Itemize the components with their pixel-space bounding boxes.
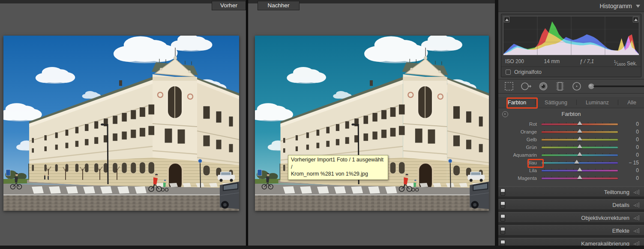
compare-pane-divider (246, 0, 248, 246)
shadow-clipping-indicator[interactable] (504, 17, 509, 22)
panel-enable-toggle[interactable] (500, 188, 505, 196)
after-photo[interactable] (255, 36, 489, 211)
slider-label: Rot (498, 121, 541, 127)
filmstrip-tooltip: Vorheriger Import1 Foto / 1 ausgewählt /… (288, 155, 388, 180)
panel-expand-dots-icon[interactable] (634, 202, 640, 210)
panel-expand-dots-icon[interactable] (634, 215, 640, 223)
hsl-tab-luminanz[interactable]: Luminanz (586, 100, 609, 106)
before-view-tab[interactable]: Vorher (212, 1, 246, 10)
slider-label: Lila (498, 168, 541, 173)
slider-value[interactable]: 0 (618, 129, 639, 135)
slider-value[interactable]: 0 (618, 144, 639, 150)
panel-title: Objektivkorrekturen (581, 213, 629, 223)
slider-thumb[interactable] (577, 167, 582, 171)
original-photo-checkbox[interactable] (506, 70, 511, 75)
slider-label: Grün (498, 145, 541, 150)
iso-value: ISO 200 (505, 57, 524, 66)
hue-slider-row-aquamarin: Aquamarin0 (498, 151, 644, 159)
slider-label: Aquamarin (498, 152, 541, 158)
panel-enable-toggle[interactable] (500, 214, 505, 222)
graduated-filter-tool[interactable] (554, 81, 566, 92)
before-photo[interactable] (3, 36, 239, 211)
after-view-tab[interactable]: Nachher (258, 1, 300, 10)
hsl-tab-separator (535, 100, 536, 105)
slider-track[interactable] (541, 146, 618, 149)
slider-thumb[interactable] (577, 121, 582, 125)
aperture-value: ƒ / 7,1 (580, 57, 594, 66)
slider-ticks (544, 161, 615, 162)
slider-thumb[interactable] (577, 152, 582, 156)
slider-thumb[interactable] (577, 144, 582, 148)
collapse-triangle-icon[interactable] (636, 5, 640, 8)
lightroom-develop-window: Vorher Nachher Vorheriger Import1 Foto /… (0, 0, 644, 249)
slider-value[interactable]: 0 (618, 137, 639, 143)
right-panel-edge[interactable] (495, 0, 498, 246)
panel-header-details[interactable]: Details (498, 199, 644, 210)
crop-overlay-tool[interactable] (503, 81, 515, 92)
hue-slider-row-rot: Rot0 (498, 120, 644, 128)
slider-track[interactable] (541, 154, 618, 156)
slider-thumb[interactable] (577, 137, 582, 140)
slider-track[interactable] (541, 162, 618, 164)
slider-label: Blau (498, 160, 541, 165)
slider-label: Gelb (498, 137, 541, 142)
slider-track[interactable] (541, 177, 618, 179)
slider-label: Magenta (498, 176, 541, 181)
panel-title: Details (612, 200, 629, 210)
exif-stats-row: ISO 200 14 mm ƒ / 7,1 1⁄1600 Sek. (503, 57, 639, 66)
slider-label: Orange (498, 129, 541, 134)
slider-value[interactable]: 0 (618, 175, 639, 181)
slider-thumb[interactable] (577, 129, 582, 133)
develop-right-panel: Histogramm ISO 200 14 mm ƒ / 7,1 1⁄1600 … (498, 0, 644, 249)
radial-filter-tool[interactable] (571, 81, 582, 92)
slider-thumb[interactable] (574, 160, 579, 164)
panel-enable-toggle[interactable] (500, 227, 505, 234)
slider-track[interactable] (541, 123, 618, 125)
slider-value[interactable]: − 15 (618, 160, 639, 166)
histogram-box: ISO 200 14 mm ƒ / 7,1 1⁄1600 Sek. Origin… (501, 14, 641, 77)
hue-slider-row-blau: Blau− 15 (498, 159, 644, 167)
panel-header-objektivkorrekturen[interactable]: Objektivkorrekturen (498, 212, 644, 223)
hsl-tab-farbton[interactable]: Farbton (508, 100, 526, 106)
hue-slider-row-lila: Lila0 (498, 167, 644, 174)
hsl-tab-separator (576, 100, 577, 105)
spot-removal-tool[interactable] (520, 81, 532, 92)
slider-value[interactable]: 0 (618, 167, 639, 173)
adjustment-brush-tool[interactable] (588, 81, 644, 92)
tooltip-line1: Vorheriger Import1 Foto / 1 ausgewählt / (291, 156, 385, 170)
panel-expand-dots-icon[interactable] (634, 189, 640, 197)
panel-header-teiltonung[interactable]: Teiltonung (498, 186, 644, 197)
photo-scene (3, 36, 239, 211)
focal-length-value: 14 mm (544, 57, 560, 66)
slider-value[interactable]: 0 (618, 152, 639, 158)
panel-enable-toggle[interactable] (500, 201, 505, 209)
panel-header-effekte[interactable]: Effekte (498, 225, 644, 236)
highlight-clipping-indicator[interactable] (633, 17, 638, 22)
hsl-tab-alle[interactable]: Alle (627, 100, 636, 106)
histogram-plot[interactable] (503, 16, 639, 55)
slider-track[interactable] (541, 131, 618, 133)
slider-track[interactable] (541, 170, 618, 172)
highlight-clipping-icon (634, 18, 638, 21)
target-adjustment-icon[interactable] (502, 111, 508, 117)
slider-thumb[interactable] (577, 175, 582, 179)
histogram-panel-title: Histogramm (600, 3, 632, 9)
panel-expand-dots-icon[interactable] (634, 228, 640, 236)
bottom-strip (0, 246, 644, 249)
top-strip (0, 0, 498, 3)
hue-adjustments-section: Farbton Rot0Orange0Gelb0Grün0Aquamarin0B… (498, 108, 644, 186)
hue-slider-row-grn: Grün0 (498, 143, 644, 151)
slider-value[interactable]: 0 (618, 121, 639, 127)
hue-section-header: Farbton (498, 108, 644, 120)
photo-scene (255, 36, 489, 211)
hsl-tab-sttigung[interactable]: Sättigung (545, 100, 567, 106)
shadow-clipping-icon (505, 18, 509, 21)
original-photo-label: Originalfoto (514, 69, 542, 75)
shutter-speed-value: 1⁄1600 Sek. (614, 57, 637, 66)
hue-section-title: Farbton (562, 111, 581, 117)
red-eye-correction-tool[interactable] (538, 81, 549, 92)
histogram-panel-header[interactable]: Histogramm (498, 0, 644, 12)
slider-track[interactable] (541, 139, 618, 141)
panel-title: Teiltonung (604, 187, 629, 197)
tool-strip (498, 79, 644, 94)
